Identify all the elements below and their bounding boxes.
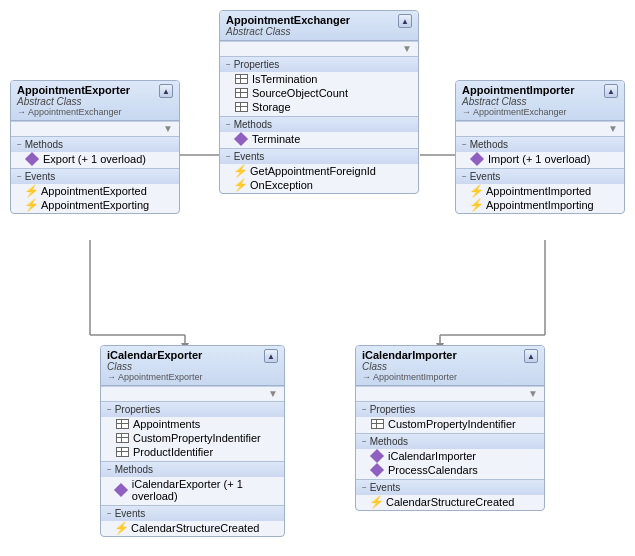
events-section: − Events ⚡ AppointmentImported ⚡ Appoint… <box>456 167 624 213</box>
properties-header: − Properties <box>356 401 544 417</box>
appointmentImporter-parent: → AppointmentExchanger <box>462 107 574 117</box>
event-appointmentExported: ⚡ AppointmentExported <box>11 184 179 198</box>
events-header: − Events <box>456 168 624 184</box>
iCalendarExporter-title: iCalendarExporter <box>107 349 203 361</box>
prop-productIdentifier-label: ProductIdentifier <box>133 446 213 458</box>
iCalendarImporter-header: iCalendarImporter Class → AppointmentImp… <box>356 346 544 386</box>
properties-header: − Properties <box>101 401 284 417</box>
methods-section: − Methods Terminate <box>220 115 418 147</box>
events-collapse-icon[interactable]: − <box>226 152 231 161</box>
events-section: − Events ⚡ CalendarStructureCreated <box>356 478 544 510</box>
events-header: − Events <box>220 148 418 164</box>
prop-customProperty-label: CustomPropertyIndentifier <box>388 418 516 430</box>
methods-label: Methods <box>25 139 63 150</box>
methods-collapse-icon[interactable]: − <box>226 120 231 129</box>
event-icon: ⚡ <box>370 496 382 508</box>
event-appointmentExporting: ⚡ AppointmentExporting <box>11 198 179 212</box>
method-import: Import (+ 1 overload) <box>456 152 624 166</box>
method-export-label: Export (+ 1 overload) <box>43 153 146 165</box>
appointmentExchanger-stereotype: Abstract Class <box>226 26 350 37</box>
iCalendarImporter-box: iCalendarImporter Class → AppointmentImp… <box>355 345 545 511</box>
iCalendarExporter-box: iCalendarExporter Class → AppointmentExp… <box>100 345 285 537</box>
expand-button[interactable]: ▲ <box>524 349 538 363</box>
properties-label: Properties <box>370 404 416 415</box>
event-appointmentImported-label: AppointmentImported <box>486 185 591 197</box>
methods-collapse-icon[interactable]: − <box>17 140 22 149</box>
event-calendarStructureCreated-label: CalendarStructureCreated <box>386 496 514 508</box>
appointmentExporter-header: AppointmentExporter Abstract Class → App… <box>11 81 179 121</box>
property-icon <box>234 102 248 113</box>
appointmentExchanger-box: AppointmentExchanger Abstract Class ▲ ▼ … <box>219 10 419 194</box>
iCalendarImporter-parent: → AppointmentImporter <box>362 372 457 382</box>
expand-button[interactable]: ▲ <box>398 14 412 28</box>
expand-button[interactable]: ▲ <box>159 84 173 98</box>
methods-section: − Methods iCalendarImporter ProcessCalen… <box>356 432 544 478</box>
methods-collapse-icon[interactable]: − <box>362 437 367 446</box>
events-collapse-icon[interactable]: − <box>17 172 22 181</box>
prop-isTermination-label: IsTermination <box>252 73 317 85</box>
properties-collapse-icon[interactable]: − <box>362 405 367 414</box>
iCalendarExporter-header: iCalendarExporter Class → AppointmentExp… <box>101 346 284 386</box>
method-icon <box>370 451 384 462</box>
property-icon <box>234 88 248 99</box>
methods-collapse-icon[interactable]: − <box>462 140 467 149</box>
method-export: Export (+ 1 overload) <box>11 152 179 166</box>
filter-section: ▼ <box>101 386 284 400</box>
methods-collapse-icon[interactable]: − <box>107 465 112 474</box>
event-appointmentImported: ⚡ AppointmentImported <box>456 184 624 198</box>
events-collapse-icon[interactable]: − <box>462 172 467 181</box>
filter-icon: ▼ <box>268 388 278 399</box>
filter-icon: ▼ <box>402 43 412 54</box>
method-terminate: Terminate <box>220 132 418 146</box>
event-icon: ⚡ <box>25 185 37 197</box>
expand-button[interactable]: ▲ <box>604 84 618 98</box>
event-appointmentImporting: ⚡ AppointmentImporting <box>456 198 624 212</box>
property-icon <box>115 419 129 430</box>
prop-sourceObjectCount-label: SourceObjectCount <box>252 87 348 99</box>
prop-storage: Storage <box>220 100 418 114</box>
property-icon <box>115 447 129 458</box>
methods-header: − Methods <box>456 136 624 152</box>
filter-icon: ▼ <box>528 388 538 399</box>
events-label: Events <box>370 482 401 493</box>
event-calendarStructureCreated: ⚡ CalendarStructureCreated <box>356 495 544 509</box>
events-collapse-icon[interactable]: − <box>107 509 112 518</box>
event-icon: ⚡ <box>25 199 37 211</box>
events-section: − Events ⚡ GetAppointmentForeignId ⚡ OnE… <box>220 147 418 193</box>
methods-section: − Methods Export (+ 1 overload) <box>11 135 179 167</box>
methods-header: − Methods <box>101 461 284 477</box>
events-collapse-icon[interactable]: − <box>362 483 367 492</box>
event-icon: ⚡ <box>234 165 246 177</box>
prop-productIdentifier: ProductIdentifier <box>101 445 284 459</box>
methods-header: − Methods <box>11 136 179 152</box>
filter-section: ▼ <box>456 121 624 135</box>
prop-appointments-label: Appointments <box>133 418 200 430</box>
filter-icon: ▼ <box>608 123 618 134</box>
events-header: − Events <box>11 168 179 184</box>
event-appointmentExporting-label: AppointmentExporting <box>41 199 149 211</box>
prop-customPropertyIndentifier: CustomPropertyIndentifier <box>356 417 544 431</box>
method-iCalendarExporter-label: iCalendarExporter (+ 1 overload) <box>132 478 278 502</box>
expand-button[interactable]: ▲ <box>264 349 278 363</box>
appointmentExchanger-header: AppointmentExchanger Abstract Class ▲ <box>220 11 418 41</box>
iCalendarExporter-stereotype: Class <box>107 361 203 372</box>
prop-appointments: Appointments <box>101 417 284 431</box>
event-calendarStructureCreated: ⚡ CalendarStructureCreated <box>101 521 284 535</box>
property-icon <box>115 433 129 444</box>
events-label: Events <box>115 508 146 519</box>
method-processCalendars: ProcessCalendars <box>356 463 544 477</box>
event-icon: ⚡ <box>470 199 482 211</box>
method-icon <box>470 154 484 165</box>
method-iCalendarImporter-label: iCalendarImporter <box>388 450 476 462</box>
event-icon: ⚡ <box>470 185 482 197</box>
events-label: Events <box>470 171 501 182</box>
methods-label: Methods <box>115 464 153 475</box>
methods-header: − Methods <box>356 433 544 449</box>
events-header: − Events <box>101 505 284 521</box>
prop-customProperty-label: CustomPropertyIndentifier <box>133 432 261 444</box>
properties-collapse-icon[interactable]: − <box>226 60 231 69</box>
filter-section: ▼ <box>220 41 418 55</box>
prop-customPropertyIndentifier: CustomPropertyIndentifier <box>101 431 284 445</box>
appointmentImporter-header: AppointmentImporter Abstract Class → App… <box>456 81 624 121</box>
properties-collapse-icon[interactable]: − <box>107 405 112 414</box>
